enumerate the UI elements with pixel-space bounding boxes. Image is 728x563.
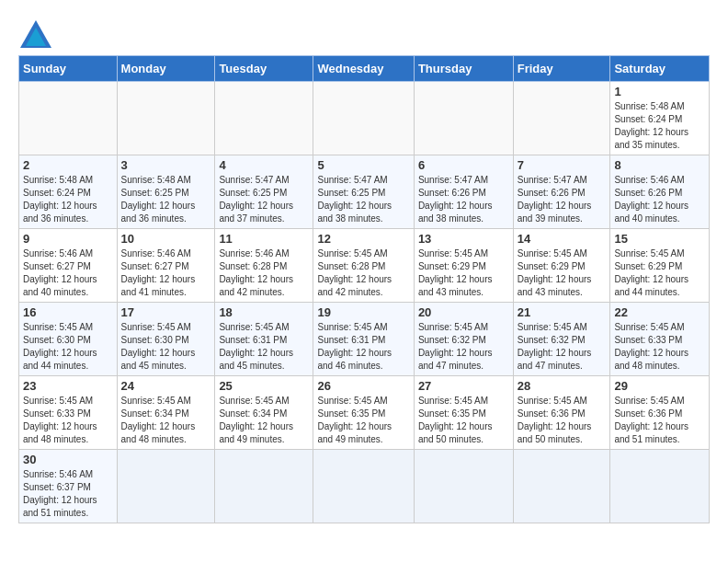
calendar-cell: 24Sunrise: 5:45 AM Sunset: 6:34 PM Dayli… — [117, 376, 215, 450]
day-info: Sunrise: 5:46 AM Sunset: 6:27 PM Dayligh… — [121, 247, 211, 299]
day-number: 16 — [23, 305, 113, 319]
day-info: Sunrise: 5:47 AM Sunset: 6:25 PM Dayligh… — [219, 174, 309, 225]
calendar-cell: 9Sunrise: 5:46 AM Sunset: 6:27 PM Daylig… — [19, 229, 118, 303]
calendar-cell: 18Sunrise: 5:45 AM Sunset: 6:31 PM Dayli… — [215, 303, 313, 376]
calendar-cell — [313, 450, 414, 523]
day-info: Sunrise: 5:46 AM Sunset: 6:37 PM Dayligh… — [23, 468, 113, 520]
day-info: Sunrise: 5:45 AM Sunset: 6:32 PM Dayligh… — [518, 321, 607, 373]
day-number: 3 — [121, 158, 211, 172]
day-number: 13 — [418, 232, 509, 246]
calendar-cell — [513, 450, 610, 523]
day-info: Sunrise: 5:45 AM Sunset: 6:29 PM Dayligh… — [418, 247, 509, 299]
calendar-cell: 25Sunrise: 5:45 AM Sunset: 6:34 PM Dayli… — [215, 376, 313, 450]
day-number: 21 — [518, 305, 607, 319]
day-number: 29 — [614, 379, 705, 393]
calendar-cell — [117, 82, 215, 155]
calendar-cell: 23Sunrise: 5:45 AM Sunset: 6:33 PM Dayli… — [19, 376, 118, 450]
calendar-cell — [414, 450, 513, 523]
day-number: 20 — [418, 305, 509, 319]
day-number: 30 — [23, 453, 113, 466]
day-number: 4 — [219, 158, 309, 172]
day-info: Sunrise: 5:46 AM Sunset: 6:28 PM Dayligh… — [219, 247, 309, 299]
day-info: Sunrise: 5:48 AM Sunset: 6:24 PM Dayligh… — [614, 100, 705, 152]
day-info: Sunrise: 5:46 AM Sunset: 6:26 PM Dayligh… — [614, 174, 705, 225]
weekday-header-tuesday: Tuesday — [215, 56, 313, 82]
day-number: 5 — [317, 158, 409, 172]
day-number: 10 — [121, 232, 211, 246]
day-number: 7 — [518, 158, 607, 172]
calendar-cell — [313, 82, 414, 155]
day-info: Sunrise: 5:45 AM Sunset: 6:29 PM Dayligh… — [614, 247, 705, 299]
weekday-header-wednesday: Wednesday — [313, 56, 414, 82]
calendar-cell: 3Sunrise: 5:48 AM Sunset: 6:25 PM Daylig… — [117, 155, 215, 229]
day-info: Sunrise: 5:45 AM Sunset: 6:33 PM Dayligh… — [23, 395, 113, 446]
day-number: 27 — [418, 379, 509, 393]
calendar-cell: 17Sunrise: 5:45 AM Sunset: 6:30 PM Dayli… — [117, 303, 215, 376]
calendar-cell — [215, 82, 313, 155]
calendar-cell: 12Sunrise: 5:45 AM Sunset: 6:28 PM Dayli… — [313, 229, 414, 303]
calendar-cell: 11Sunrise: 5:46 AM Sunset: 6:28 PM Dayli… — [215, 229, 313, 303]
day-number: 6 — [418, 158, 509, 172]
day-number: 1 — [614, 85, 705, 98]
calendar-cell: 28Sunrise: 5:45 AM Sunset: 6:36 PM Dayli… — [513, 376, 610, 450]
calendar-cell: 15Sunrise: 5:45 AM Sunset: 6:29 PM Dayli… — [610, 229, 710, 303]
day-number: 19 — [317, 305, 409, 319]
day-info: Sunrise: 5:45 AM Sunset: 6:34 PM Dayligh… — [121, 395, 211, 446]
calendar-cell: 8Sunrise: 5:46 AM Sunset: 6:26 PM Daylig… — [610, 155, 710, 229]
day-info: Sunrise: 5:45 AM Sunset: 6:34 PM Dayligh… — [219, 395, 309, 446]
calendar-cell: 14Sunrise: 5:45 AM Sunset: 6:29 PM Dayli… — [513, 229, 610, 303]
day-number: 25 — [219, 379, 309, 393]
calendar-cell — [117, 450, 215, 523]
day-number: 28 — [518, 379, 607, 393]
calendar-cell — [414, 82, 513, 155]
day-info: Sunrise: 5:47 AM Sunset: 6:26 PM Dayligh… — [418, 174, 509, 225]
calendar-cell: 7Sunrise: 5:47 AM Sunset: 6:26 PM Daylig… — [513, 155, 610, 229]
day-info: Sunrise: 5:45 AM Sunset: 6:36 PM Dayligh… — [614, 395, 705, 446]
day-info: Sunrise: 5:45 AM Sunset: 6:29 PM Dayligh… — [518, 247, 607, 299]
calendar-cell: 29Sunrise: 5:45 AM Sunset: 6:36 PM Dayli… — [610, 376, 710, 450]
day-info: Sunrise: 5:47 AM Sunset: 6:26 PM Dayligh… — [518, 174, 607, 225]
day-info: Sunrise: 5:48 AM Sunset: 6:25 PM Dayligh… — [121, 174, 211, 225]
calendar-cell — [513, 82, 610, 155]
calendar-cell: 10Sunrise: 5:46 AM Sunset: 6:27 PM Dayli… — [117, 229, 215, 303]
calendar-cell: 19Sunrise: 5:45 AM Sunset: 6:31 PM Dayli… — [313, 303, 414, 376]
day-info: Sunrise: 5:46 AM Sunset: 6:27 PM Dayligh… — [23, 247, 113, 299]
day-info: Sunrise: 5:45 AM Sunset: 6:35 PM Dayligh… — [418, 395, 509, 446]
calendar-cell — [215, 450, 313, 523]
calendar-cell — [19, 82, 118, 155]
day-number: 11 — [219, 232, 309, 246]
day-info: Sunrise: 5:45 AM Sunset: 6:30 PM Dayligh… — [121, 321, 211, 373]
calendar-cell: 4Sunrise: 5:47 AM Sunset: 6:25 PM Daylig… — [215, 155, 313, 229]
day-number: 22 — [614, 305, 705, 319]
calendar-cell: 1Sunrise: 5:48 AM Sunset: 6:24 PM Daylig… — [610, 82, 710, 155]
weekday-header-sunday: Sunday — [19, 56, 118, 82]
calendar-cell: 30Sunrise: 5:46 AM Sunset: 6:37 PM Dayli… — [19, 450, 118, 523]
logo — [18, 18, 57, 50]
day-info: Sunrise: 5:48 AM Sunset: 6:24 PM Dayligh… — [23, 174, 113, 225]
day-number: 14 — [518, 232, 607, 246]
day-number: 8 — [614, 158, 705, 172]
calendar-cell: 21Sunrise: 5:45 AM Sunset: 6:32 PM Dayli… — [513, 303, 610, 376]
weekday-header-thursday: Thursday — [414, 56, 513, 82]
day-info: Sunrise: 5:45 AM Sunset: 6:36 PM Dayligh… — [518, 395, 607, 446]
day-number: 26 — [317, 379, 409, 393]
calendar-cell: 2Sunrise: 5:48 AM Sunset: 6:24 PM Daylig… — [19, 155, 118, 229]
day-number: 23 — [23, 379, 113, 393]
day-info: Sunrise: 5:45 AM Sunset: 6:30 PM Dayligh… — [23, 321, 113, 373]
weekday-header-monday: Monday — [117, 56, 215, 82]
calendar-cell: 26Sunrise: 5:45 AM Sunset: 6:35 PM Dayli… — [313, 376, 414, 450]
day-info: Sunrise: 5:45 AM Sunset: 6:33 PM Dayligh… — [614, 321, 705, 373]
calendar-cell: 27Sunrise: 5:45 AM Sunset: 6:35 PM Dayli… — [414, 376, 513, 450]
day-number: 24 — [121, 379, 211, 393]
day-number: 17 — [121, 305, 211, 319]
day-info: Sunrise: 5:45 AM Sunset: 6:35 PM Dayligh… — [317, 395, 409, 446]
calendar-cell: 22Sunrise: 5:45 AM Sunset: 6:33 PM Dayli… — [610, 303, 710, 376]
day-number: 2 — [23, 158, 113, 172]
calendar-cell: 13Sunrise: 5:45 AM Sunset: 6:29 PM Dayli… — [414, 229, 513, 303]
day-info: Sunrise: 5:45 AM Sunset: 6:28 PM Dayligh… — [317, 247, 409, 299]
day-info: Sunrise: 5:45 AM Sunset: 6:31 PM Dayligh… — [317, 321, 409, 373]
day-number: 9 — [23, 232, 113, 246]
page-header — [18, 18, 710, 50]
weekday-header-friday: Friday — [513, 56, 610, 82]
calendar-cell — [610, 450, 710, 523]
